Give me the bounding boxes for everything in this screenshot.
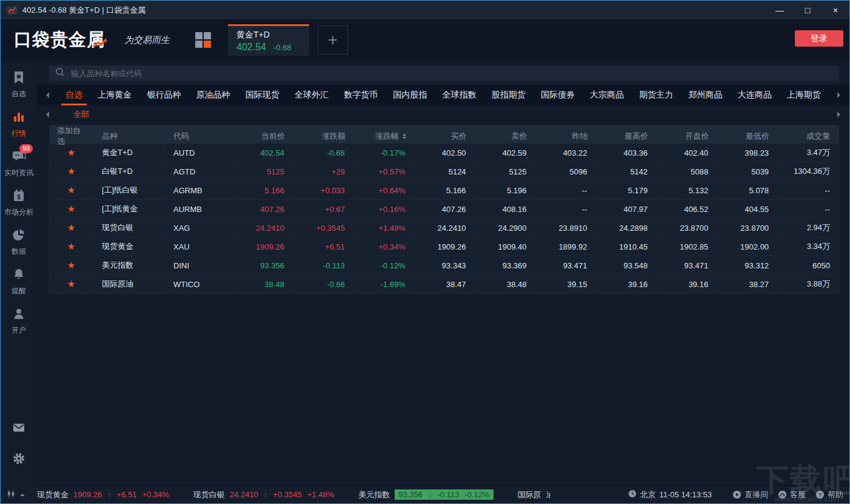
table-row[interactable]: ★ [工]纸白银 AGRMB 5.166 +0.033 +0.64% 5.166…: [50, 181, 838, 200]
market-tab[interactable]: 银行品种: [142, 85, 185, 105]
cell-buy: 5.166: [415, 181, 475, 199]
scroll-left-icon[interactable]: [43, 92, 49, 98]
table-row[interactable]: ★ 黄金T+D AUTD 402.54 -0.68 -0.17% 402.50 …: [50, 144, 838, 162]
close-button[interactable]: ×: [822, 1, 849, 19]
live-play-icon: [732, 490, 741, 499]
market-tab[interactable]: 全球外汇: [290, 85, 333, 105]
subtab-scroll-right-icon[interactable]: [837, 111, 843, 118]
scroll-right-icon[interactable]: [837, 92, 843, 98]
favorite-star-icon[interactable]: ★: [67, 185, 75, 196]
cell-pct: +0.57%: [354, 162, 415, 181]
table-row[interactable]: ★ 美元指数 DINI 93.356 -0.113 -0.12% 93.343 …: [50, 256, 838, 275]
market-tab[interactable]: 大宗商品: [586, 85, 628, 105]
cell-prev-settle: 23.8910: [536, 219, 597, 237]
market-tab[interactable]: 上海期货: [783, 85, 825, 105]
sidebar-item[interactable]: 行情: [12, 110, 26, 139]
mail-icon[interactable]: [12, 420, 26, 435]
table-row[interactable]: ★ [工]纸黄金 AURMB 407.26 +0.67 +0.16% 407.2…: [50, 200, 838, 219]
market-tab[interactable]: 原油品种: [192, 85, 235, 105]
bookmark-icon: [12, 70, 26, 85]
table-row[interactable]: ★ 白银T+D AGTD 5125 +29 +0.57% 5124 5125 5…: [50, 162, 838, 181]
ticker-item[interactable]: 现货白银 24.2410↑+0.3545+1.48%: [193, 489, 334, 500]
favorite-star-icon[interactable]: ★: [67, 279, 75, 290]
app-window: 402.54 -0.68 黄金T+D | 口袋贵金属 — □ × 口袋贵金属 为…: [0, 0, 850, 504]
candlestick-icon[interactable]: [7, 489, 16, 500]
statusbar-link[interactable]: 直播间: [732, 489, 768, 500]
search-input[interactable]: [70, 68, 833, 79]
statusbar-link[interactable]: 客服: [778, 489, 806, 500]
market-tab[interactable]: 数字货币: [340, 85, 382, 105]
maximize-button[interactable]: □: [794, 1, 822, 19]
favorite-star-icon[interactable]: ★: [67, 147, 75, 158]
market-tab[interactable]: 郑州商品: [684, 85, 726, 105]
cell-change: +0.67: [293, 200, 354, 218]
sidebar-item[interactable]: $ 市场分析: [4, 188, 33, 217]
sidebar-item[interactable]: 99 实时资讯: [4, 149, 33, 178]
sidebar-item-label: 实时资讯: [4, 168, 33, 178]
cell-pct: -0.12%: [354, 256, 415, 274]
cell-prev-settle: 1899.92: [536, 237, 597, 256]
cell-low: 1902.00: [717, 237, 778, 256]
cell-price: 407.26: [233, 200, 293, 218]
statusbar-link[interactable]: ? 帮助: [815, 489, 843, 500]
cell-name: 现货白银: [93, 219, 165, 237]
subtab-all[interactable]: 全部: [73, 109, 89, 120]
favorite-star-icon[interactable]: ★: [67, 166, 75, 177]
cell-high: 1910.45: [596, 237, 657, 256]
sidebar-item[interactable]: 自选: [12, 70, 26, 99]
tab-grid-icon[interactable]: [195, 32, 211, 48]
cell-name: [工]纸白银: [93, 181, 165, 199]
ticker-item[interactable]: 美元指数 93.356↓-0.113-0.12%: [358, 489, 493, 500]
add-tab-button[interactable]: +: [318, 25, 348, 55]
table-row[interactable]: ★ 现货白银 XAG 24.2410 +0.3545 +1.48% 24.241…: [50, 219, 838, 237]
cell-high: 39.16: [596, 275, 657, 293]
header: 口袋贵金属 为交易而生 黄金T+D 402.54 -0.68 + 登录: [1, 19, 849, 61]
search-box[interactable]: [49, 65, 839, 81]
table-row[interactable]: ★ 国际原油 WTICO 38.48 -0.66 -1.69% 38.47 38…: [50, 275, 838, 294]
market-tab[interactable]: 国际债券: [537, 85, 579, 105]
clock-city: 北京: [640, 489, 656, 500]
instrument-tab-change: -0.68: [273, 43, 292, 52]
minimize-button[interactable]: —: [766, 1, 794, 19]
market-tab[interactable]: 国际现货: [241, 85, 284, 105]
ticker-item[interactable]: 现货黄金 1909.26↑+6.51+0.34%: [37, 489, 169, 500]
cell-high: 5.179: [596, 181, 657, 199]
favorite-star-icon[interactable]: ★: [67, 204, 75, 214]
expand-ticker-icon[interactable]: [20, 491, 25, 496]
cell-price: 5.166: [233, 181, 293, 199]
help-icon: ?: [815, 490, 825, 499]
favorite-star-icon[interactable]: ★: [67, 260, 75, 271]
market-tab[interactable]: 国内股指: [389, 85, 431, 105]
cell-pct: +0.16%: [354, 200, 415, 218]
table-row[interactable]: ★ 现货黄金 XAU 1909.26 +6.51 +0.34% 1909.26 …: [50, 237, 838, 256]
sidebar-item[interactable]: 数据: [12, 228, 26, 257]
cell-name: 国际原油: [93, 275, 165, 293]
market-tab[interactable]: 上海黄金: [93, 85, 136, 105]
cell-code: XAU: [165, 237, 233, 256]
cell-change: -0.113: [293, 256, 354, 274]
sidebar-item[interactable]: 提醒: [12, 267, 26, 296]
market-tab[interactable]: 期货主力: [635, 85, 677, 105]
trend-arrow-icon: ↓: [428, 490, 432, 499]
market-tab[interactable]: 全球指数: [438, 85, 481, 105]
sort-icon[interactable]: [403, 132, 406, 141]
favorite-star-icon[interactable]: ★: [67, 241, 75, 252]
sidebar-item-label: 提醒: [12, 286, 26, 296]
subtab-scroll-left-icon[interactable]: [43, 111, 49, 118]
cell-high: 24.2898: [596, 219, 657, 237]
app-logo: 口袋贵金属 为交易而生: [14, 28, 170, 52]
cell-sell: 5.196: [475, 181, 536, 199]
cell-prev-settle: 39.15: [536, 275, 597, 293]
market-tab[interactable]: 自选: [61, 85, 87, 105]
instrument-tab[interactable]: 黄金T+D 402.54 -0.68: [228, 24, 309, 56]
cell-sell: 5125: [475, 162, 536, 181]
login-button[interactable]: 登录: [795, 30, 843, 47]
settings-gear-icon[interactable]: [12, 451, 26, 466]
sidebar-item[interactable]: 开户: [12, 307, 26, 336]
cell-change: +0.033: [293, 181, 354, 199]
ticker-item[interactable]: 国际原油: [518, 489, 550, 500]
market-tab[interactable]: 股指期货: [487, 85, 530, 105]
cell-price: 1909.26: [233, 237, 293, 256]
favorite-star-icon[interactable]: ★: [67, 222, 75, 233]
market-tab[interactable]: 大连商品: [734, 85, 776, 105]
